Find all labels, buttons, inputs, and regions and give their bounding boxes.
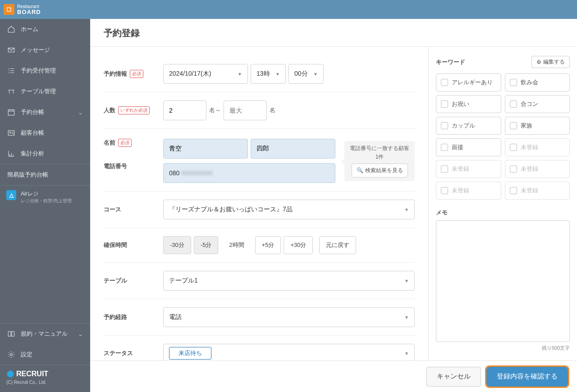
hold-minus30-button[interactable]: -30分: [163, 236, 191, 254]
lastname-input[interactable]: [163, 139, 248, 159]
recruit-name: RECRUIT: [16, 370, 48, 378]
calendar-icon: [7, 108, 15, 116]
required-badge: 必須: [118, 139, 132, 147]
course-select[interactable]: 『リーズナブル＆お腹いっぱいコース』7品▼: [163, 200, 415, 219]
label-table: テーブル: [104, 277, 127, 285]
checkbox-icon: [510, 79, 517, 86]
hold-minus5-button[interactable]: -5分: [194, 236, 219, 254]
checkbox-icon: [510, 100, 517, 108]
keyword-label: カップル: [452, 122, 475, 130]
caret-icon: ▼: [275, 72, 280, 77]
edit-keywords-button[interactable]: ⚙ 編集する: [531, 56, 570, 68]
keyword-item: 未登録: [436, 160, 501, 178]
keyword-item[interactable]: 家族: [505, 117, 570, 135]
keyword-item[interactable]: 飲み会: [505, 73, 570, 91]
phone-input[interactable]: 080: [163, 163, 335, 183]
keyword-item[interactable]: アレルギーあり: [436, 73, 501, 91]
hold-plus30-button[interactable]: +30分: [284, 236, 313, 254]
course-value: 『リーズナブル＆お腹いっぱいコース』7品: [169, 205, 293, 214]
checkbox-icon: [441, 165, 448, 173]
match-text: 電話番号に一致する顧客: [350, 145, 409, 152]
keyword-item[interactable]: お祝い: [436, 95, 501, 113]
sidebar-item-settings[interactable]: 設定: [0, 344, 90, 365]
keyword-label: 未登録: [521, 143, 538, 151]
sidebar-label: 設定: [21, 351, 32, 359]
edit-label: 編集する: [543, 58, 565, 66]
date-select[interactable]: 2024/10/17(木)▼: [163, 64, 248, 84]
checkbox-icon: [441, 187, 448, 194]
brand-logo: Restaurant BOARD: [4, 4, 41, 15]
sidebar-item-analytics[interactable]: 集計分析: [0, 143, 90, 164]
keyword-item: 未登録: [505, 160, 570, 178]
svg-rect-2: [8, 131, 14, 136]
sidebar-item-messages[interactable]: メッセージ: [0, 40, 90, 60]
sidebar-item-airregi[interactable]: △ Airレジ レジ点検・精算/売上管理: [0, 186, 90, 209]
sidebar-item-reservation-book[interactable]: 予約台帳 ⌄: [0, 102, 90, 123]
svg-point-5: [7, 371, 14, 378]
hold-reset-button[interactable]: 元に戻す: [319, 236, 356, 254]
sidebar-item-table-mgmt[interactable]: テーブル管理: [0, 81, 90, 102]
airregi-sub: レジ点検・精算/売上管理: [21, 198, 72, 204]
date-value: 2024/10/17(木): [169, 70, 211, 78]
label-name: 名前: [104, 139, 115, 147]
sidebar-item-customer-book[interactable]: 顧客台帳: [0, 123, 90, 143]
route-value: 電話: [169, 313, 182, 321]
keyword-label: 未登録: [452, 165, 469, 173]
sidebar-label: メッセージ: [21, 46, 50, 54]
chevron-down-icon: ⌄: [78, 109, 83, 116]
mail-icon: [7, 46, 15, 54]
keyword-item[interactable]: 合コン: [505, 95, 570, 113]
route-select[interactable]: 電話▼: [163, 307, 415, 327]
caret-icon: ▼: [238, 72, 242, 77]
keyword-item[interactable]: カップル: [436, 117, 501, 135]
sidebar-label: 顧客台帳: [21, 129, 44, 137]
keyword-title: キーワード: [436, 58, 465, 66]
phone-match-panel: 電話番号に一致する顧客 1件 🔍 検索結果を見る: [344, 141, 415, 181]
label-info: 予約情報: [104, 70, 127, 78]
cancel-button[interactable]: キャンセル: [426, 367, 481, 387]
keyword-label: 合コン: [521, 100, 538, 108]
keyword-label: 未登録: [452, 187, 469, 195]
memo-textarea[interactable]: [436, 220, 570, 342]
search-icon: 🔍: [357, 167, 363, 173]
caret-icon: ▼: [404, 278, 409, 283]
checkbox-icon: [441, 100, 448, 108]
sidebar-item-home[interactable]: ホーム: [0, 19, 90, 40]
people-min-input[interactable]: [163, 100, 206, 120]
checkbox-icon: [441, 122, 448, 129]
hour-select[interactable]: 13時▼: [251, 64, 286, 84]
gear-icon: [7, 351, 15, 359]
svg-point-4: [10, 354, 13, 356]
airregi-icon: △: [6, 190, 16, 200]
status-select[interactable]: 来店待ち ▼: [163, 344, 415, 360]
keyword-item: 未登録: [505, 138, 570, 156]
keyword-item[interactable]: 面接: [436, 138, 501, 156]
minute-select[interactable]: 00分▼: [288, 64, 324, 84]
hold-plus5-button[interactable]: +5分: [255, 236, 281, 254]
required-badge: いずれか必須: [118, 106, 150, 114]
checkbox-icon: [441, 144, 448, 151]
svg-point-3: [9, 132, 11, 133]
checkbox-icon: [441, 79, 448, 86]
recruit-copy: (C) Recruit Co., Ltd.: [6, 380, 84, 385]
sidebar-item-reservation-mgmt[interactable]: 予約受付管理: [0, 60, 90, 81]
book-icon: [7, 330, 15, 338]
checkbox-icon: [510, 122, 517, 129]
people-max-input[interactable]: [224, 100, 267, 120]
view-results-button[interactable]: 🔍 検索結果を見る: [352, 164, 408, 178]
checkbox-icon: [510, 187, 517, 194]
footer: キャンセル 登録内容を確認する: [90, 360, 577, 392]
gear-icon: ⚙: [536, 59, 541, 65]
keyword-label: 面接: [452, 143, 463, 151]
caret-icon: ▼: [404, 207, 409, 212]
brand-icon: [4, 4, 14, 15]
svg-rect-1: [8, 110, 14, 115]
home-icon: [7, 25, 15, 33]
table-select[interactable]: テーブル1▼: [163, 271, 415, 291]
firstname-input[interactable]: [251, 139, 335, 159]
phone-prefix: 080: [169, 169, 179, 177]
confirm-button[interactable]: 登録内容を確認する: [486, 367, 568, 387]
sidebar-item-manual[interactable]: 規約・マニュアル ⌄: [0, 324, 90, 344]
keyword-label: 飲み会: [521, 78, 538, 87]
sidebar-item-simple-book[interactable]: 簡易版予約台帳: [0, 164, 90, 185]
